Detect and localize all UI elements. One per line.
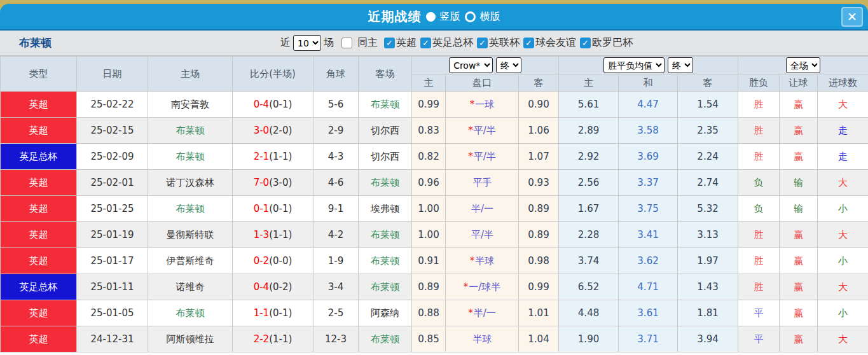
cell-handicap-away-odds: 0.89: [519, 222, 559, 248]
col-header-type: 类型: [1, 57, 77, 92]
cell-handicap-line: *平/半: [446, 118, 519, 144]
competition-label-4: 欧罗巴杯: [592, 36, 633, 50]
bookmaker-state-select[interactable]: 终: [496, 57, 521, 73]
cell-league-badge: 英超: [1, 248, 77, 274]
cell-handicap-home-odds: 0.91: [412, 248, 446, 274]
cell-result-goals: 大: [818, 326, 868, 352]
cell-result-handicap: 输: [780, 170, 818, 196]
competition-label-1: 英足总杯: [432, 36, 473, 50]
radio-vertical-label[interactable]: 竖版: [440, 10, 460, 24]
match-row: 英超 24-12-31 阿斯顿维拉 2-2(1-1) 12-3 布莱顿 0.85…: [1, 326, 868, 352]
cell-corners: 4-2: [313, 222, 359, 248]
cell-score: 0-4(0-2): [233, 274, 313, 300]
radio-horizontal-layout[interactable]: [465, 11, 476, 22]
cell-score: 0-1(0-1): [233, 196, 313, 222]
competition-checkbox-1[interactable]: [420, 38, 431, 48]
scope-select-group: 全场: [738, 57, 868, 74]
competition-checkbox-4[interactable]: [580, 38, 591, 48]
cell-corners: 1-9: [313, 248, 359, 274]
cell-avg-draw-odds: 3.62: [619, 248, 678, 274]
cell-home-team: 布莱顿: [148, 118, 233, 144]
col-header-away: 客场: [359, 57, 412, 92]
cell-score: 1-1(0-1): [233, 300, 313, 326]
cell-away-team: 布莱顿: [359, 170, 412, 196]
cell-home-team: 南安普敦: [148, 92, 233, 118]
cell-avg-win-odds: 2.89: [559, 118, 619, 144]
cell-result-handicap: 赢: [780, 222, 818, 248]
cell-result-wdl: 胜: [738, 118, 780, 144]
subheader-result-wdl: 胜负: [738, 74, 780, 92]
cell-date: 25-02-15: [77, 118, 148, 144]
cell-league-badge: 英足总杯: [1, 274, 77, 300]
cell-avg-draw-odds: 4.47: [619, 92, 678, 118]
cell-result-goals: 大: [818, 170, 868, 196]
cell-avg-win-odds: 1.90: [559, 326, 619, 352]
cell-corners: 4-3: [313, 144, 359, 170]
cell-home-team: 诺丁汉森林: [148, 170, 233, 196]
match-row: 英超 25-01-19 曼彻斯特联 1-3(1-1) 4-2 布莱顿 1.00 …: [1, 222, 868, 248]
match-row: 英足总杯 25-02-09 布莱顿 2-1(1-1) 4-3 切尔西 0.82 …: [1, 144, 868, 170]
cell-away-team: 布莱顿: [359, 274, 412, 300]
cell-avg-win-odds: 2.92: [559, 144, 619, 170]
cell-result-wdl: 负: [738, 170, 780, 196]
subheader-result-handicap: 让球: [780, 74, 818, 92]
cell-avg-draw-odds: 3.58: [619, 118, 678, 144]
cell-avg-draw-odds: 3.69: [619, 144, 678, 170]
cell-result-wdl: 胜: [738, 274, 780, 300]
cell-away-team: 切尔西: [359, 144, 412, 170]
cell-score: 2-2(1-1): [233, 326, 313, 352]
cell-handicap-line: *一/球半: [446, 274, 519, 300]
match-row: 英超 25-01-05 布莱顿 1-1(0-1) 2-5 阿森纳 0.88 *半…: [1, 300, 868, 326]
cell-result-wdl: 胜: [738, 144, 780, 170]
same-venue-checkbox[interactable]: [341, 38, 352, 48]
cell-date: 25-01-05: [77, 300, 148, 326]
cell-home-team: 曼彻斯特联: [148, 222, 233, 248]
cell-handicap-away-odds: 1.04: [519, 326, 559, 352]
wdl-select-group: 胜平负均值 终: [559, 57, 738, 74]
cell-avg-win-odds: 6.52: [559, 274, 619, 300]
cell-date: 24-12-31: [77, 326, 148, 352]
competition-checkbox-2[interactable]: [477, 38, 488, 48]
radio-vertical-layout[interactable]: [426, 12, 436, 22]
cell-avg-draw-odds: 3.37: [619, 170, 678, 196]
cell-handicap-line: *一球: [446, 92, 519, 118]
cell-avg-win-odds: 2.56: [559, 170, 619, 196]
competition-label-0: 英超: [396, 36, 417, 50]
subheader-handicap-line: 盘口: [446, 74, 519, 92]
recent-count-select[interactable]: 10: [293, 35, 321, 51]
subheader-handicap-home: 主: [412, 74, 446, 92]
match-row: 英足总杯 25-01-11 诺维奇 0-4(0-2) 3-4 布莱顿 0.89 …: [1, 274, 868, 300]
cell-handicap-home-odds: 0.82: [412, 144, 446, 170]
avg-odds-select[interactable]: 胜平负均值: [603, 57, 665, 73]
bookmaker-select[interactable]: Crow*: [449, 57, 493, 73]
cell-avg-win-odds: 4.48: [559, 300, 619, 326]
cell-score: 1-3(1-1): [233, 222, 313, 248]
cell-score: 7-0(3-0): [233, 170, 313, 196]
cell-corners: 12-3: [313, 326, 359, 352]
radio-horizontal-label[interactable]: 横版: [480, 10, 500, 24]
cell-handicap-home-odds: 0.89: [412, 274, 446, 300]
subheader-result-goals: 进球数: [818, 74, 868, 92]
cell-avg-lose-odds: 3.94: [678, 326, 738, 352]
competition-checkbox-3[interactable]: [523, 38, 534, 48]
scope-select[interactable]: 全场: [786, 57, 820, 73]
cell-result-goals: 小: [818, 300, 868, 326]
cell-home-team: 阿斯顿维拉: [148, 326, 233, 352]
close-icon[interactable]: ✕: [841, 7, 863, 27]
cell-away-team: 布莱顿: [359, 222, 412, 248]
cell-away-team: 切尔西: [359, 118, 412, 144]
results-table: 类型 日期 主场 比分(半场) 角球 客场 Crow* 终 胜平负均值 终 全场: [0, 56, 868, 352]
cell-avg-draw-odds: 3.75: [619, 196, 678, 222]
avg-state-select[interactable]: 终: [668, 57, 693, 73]
titlebar: 近期战绩 竖版 横版 ✕: [0, 4, 868, 31]
same-venue-label: 同主: [357, 36, 378, 50]
cell-avg-lose-odds: 2.35: [678, 118, 738, 144]
cell-date: 25-01-19: [77, 222, 148, 248]
competition-checkbox-0[interactable]: [384, 38, 395, 48]
cell-handicap-home-odds: 0.83: [412, 118, 446, 144]
cell-league-badge: 英超: [1, 196, 77, 222]
cell-handicap-away-odds: 1.06: [519, 118, 559, 144]
cell-handicap-home-odds: 0.99: [412, 92, 446, 118]
cell-away-team: 布莱顿: [359, 92, 412, 118]
cell-result-goals: 走: [818, 144, 868, 170]
